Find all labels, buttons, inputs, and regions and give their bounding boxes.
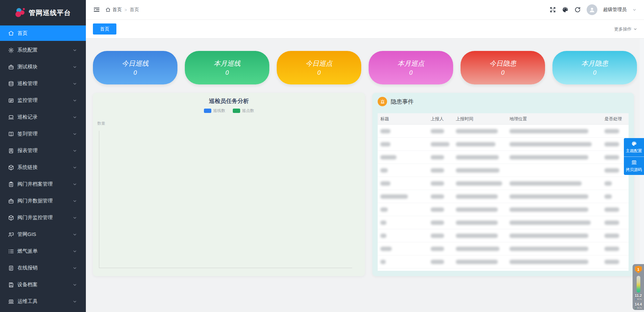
events-table-row[interactable] xyxy=(378,255,629,268)
app-logo: 管网巡线平台 xyxy=(0,0,86,25)
briefcase-icon xyxy=(8,198,14,204)
cube-icon xyxy=(8,215,14,221)
copy-source-button[interactable]: 拷贝源码 xyxy=(624,157,644,175)
events-column-header: 上报人 xyxy=(428,116,453,122)
shield-badge-icon: 1 xyxy=(635,266,642,273)
events-table-row[interactable] xyxy=(378,203,629,216)
logo-icon xyxy=(15,7,26,18)
events-table-cell-redacted xyxy=(602,181,629,186)
monitor-list-icon xyxy=(8,98,14,104)
network-speed-widget[interactable]: 1 11.2 ↑ K/s 14.4 ↓ K/s xyxy=(633,264,644,310)
upload-speed: 11.2 ↑ K/s xyxy=(635,294,642,301)
legend-entry[interactable]: 巡点数 xyxy=(233,108,254,114)
user-name[interactable]: 超级管理员 xyxy=(603,7,627,13)
events-table-row[interactable] xyxy=(378,190,629,203)
chevron-down-icon xyxy=(633,27,637,31)
events-table-cell-redacted xyxy=(453,194,507,199)
chevron-down-icon xyxy=(72,215,77,220)
sidebar-item-pipeline-gis[interactable]: 管网GIS xyxy=(0,227,86,242)
events-table-row[interactable] xyxy=(378,177,629,190)
person-icon xyxy=(589,6,595,13)
sidebar-item-label: 系统链接 xyxy=(17,164,72,171)
sidebar-item-valve-monitor-mgmt[interactable]: 阀门井监控管理 xyxy=(0,210,86,225)
chevron-down-icon[interactable] xyxy=(632,8,637,12)
refresh-icon[interactable] xyxy=(574,6,581,13)
theme-palette-icon[interactable] xyxy=(562,6,569,13)
events-table-row[interactable] xyxy=(378,151,629,164)
events-table-cell-redacted xyxy=(453,142,507,146)
chart-plot-area xyxy=(99,131,352,268)
events-table-cell-redacted xyxy=(453,181,507,186)
avatar[interactable] xyxy=(587,4,597,15)
events-table-cell-redacted xyxy=(507,142,602,146)
events-table-cell-redacted xyxy=(507,129,602,133)
events-table-row[interactable] xyxy=(378,138,629,151)
chevron-down-icon xyxy=(72,81,77,86)
tab-home[interactable]: 首页 xyxy=(93,23,116,35)
floating-button-label: 拷贝源码 xyxy=(626,167,642,173)
book-icon xyxy=(8,131,14,137)
events-table-cell-redacted xyxy=(428,260,453,264)
chevron-down-icon xyxy=(72,132,77,136)
stat-card-label: 本月隐患 xyxy=(581,59,608,68)
stat-card-value: 0 xyxy=(225,69,229,76)
events-table-cell-redacted xyxy=(378,129,428,133)
sidebar-item-test-module[interactable]: 测试模块 xyxy=(0,59,86,74)
legend-label: 巡线数 xyxy=(213,108,225,114)
main-area: 首页 > 首页 超级管理员 xyxy=(86,0,644,312)
home-icon xyxy=(8,30,14,36)
stat-card: 本月隐患0 xyxy=(552,51,637,84)
events-table-row[interactable] xyxy=(378,229,629,242)
person-map-icon xyxy=(8,232,14,238)
chevron-down-icon xyxy=(72,266,77,270)
sidebar-item-system-config[interactable]: 系统配置 xyxy=(0,43,86,58)
sidebar-item-report-mgmt[interactable]: 报表管理 xyxy=(0,143,86,158)
fullscreen-icon[interactable] xyxy=(549,6,556,13)
events-table-cell-redacted xyxy=(453,129,507,133)
sidebar-item-device-archive[interactable]: 设备档案 xyxy=(0,277,86,292)
floating-button-label: 主题配置 xyxy=(626,148,642,154)
sidebar-item-checkin-mgmt[interactable]: 签到管理 xyxy=(0,126,86,141)
breadcrumb: 首页 > 首页 xyxy=(105,7,139,13)
sidebar-item-home[interactable]: 首页 xyxy=(0,25,86,41)
palette-icon xyxy=(631,141,637,146)
stat-card: 本月巡点0 xyxy=(369,51,453,84)
legend-entry[interactable]: 巡线数 xyxy=(204,108,225,114)
events-table-cell-redacted xyxy=(602,129,629,133)
stat-card: 今日隐患0 xyxy=(461,51,545,84)
events-table-row[interactable] xyxy=(378,216,629,229)
events-table-row[interactable] xyxy=(378,164,629,177)
clipboard-icon xyxy=(8,181,14,187)
sidebar-item-gas-dispatch[interactable]: 燃气派单 xyxy=(0,244,86,259)
sidebar-item-ops-tools[interactable]: 运维工具 xyxy=(0,294,86,309)
events-table-cell-redacted xyxy=(453,207,507,212)
theme-config-button[interactable]: 主题配置 xyxy=(624,138,644,157)
events-table-cell-redacted xyxy=(507,155,602,160)
chevron-down-icon xyxy=(72,165,77,170)
sidebar-item-label: 阀门井监控管理 xyxy=(17,214,72,221)
chevron-down-icon xyxy=(72,199,77,203)
sidebar-item-valve-data-mgmt[interactable]: 阀门井数据管理 xyxy=(0,193,86,208)
stat-card: 今日巡线0 xyxy=(93,51,177,84)
events-column-header: 上报时间 xyxy=(453,116,507,122)
stat-card-label: 本月巡点 xyxy=(397,59,424,68)
events-table-row[interactable] xyxy=(378,242,629,255)
legend-swatch xyxy=(233,109,240,113)
breadcrumb-separator: > xyxy=(124,7,127,12)
sidebar-item-system-links[interactable]: 系统链接 xyxy=(0,160,86,175)
events-table-cell-redacted xyxy=(378,221,428,225)
events-table-cell-redacted xyxy=(428,129,453,133)
more-operations[interactable]: 更多操作 xyxy=(614,26,637,32)
sidebar-toggle-icon[interactable] xyxy=(93,6,100,13)
breadcrumb-current: 首页 xyxy=(130,7,139,13)
stat-card-label: 今日隐患 xyxy=(489,59,516,68)
sidebar-item-inspection-records[interactable]: 巡检记录 xyxy=(0,110,86,125)
sidebar-item-label: 燃气派单 xyxy=(17,248,72,254)
sidebar-item-monitor-mgmt[interactable]: 监控管理 xyxy=(0,93,86,108)
sidebar-item-valve-archive-mgmt[interactable]: 阀门井档案管理 xyxy=(0,177,86,192)
sidebar-item-inspection-mgmt[interactable]: 巡检管理 xyxy=(0,76,86,91)
chevron-down-icon xyxy=(72,115,77,120)
events-table-row[interactable] xyxy=(378,125,629,138)
sidebar-item-online-reimburse[interactable]: 在线报销 xyxy=(0,260,86,275)
breadcrumb-home[interactable]: 首页 xyxy=(105,7,122,13)
